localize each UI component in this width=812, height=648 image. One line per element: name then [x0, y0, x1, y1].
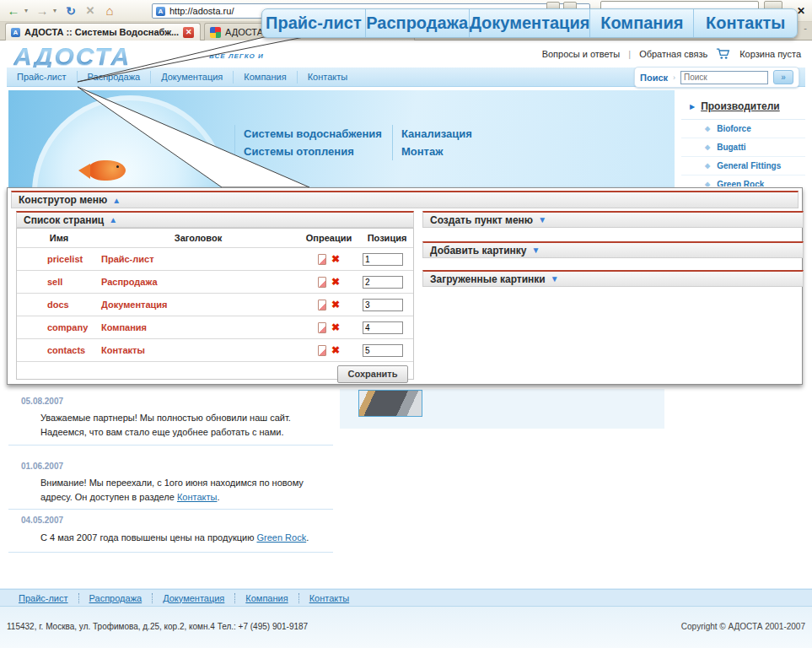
banner-link-install[interactable]: Монтаж [401, 143, 472, 160]
callout-item-docs[interactable]: Документация [469, 9, 590, 37]
fishbowl-image [32, 95, 228, 187]
header-separator: | [628, 49, 631, 59]
banner-link-water[interactable]: Системы водоснабжения [244, 125, 382, 143]
nav-item-pricelist[interactable]: Прайс-лист [7, 71, 77, 84]
pages-list-title: Список страниц [24, 214, 104, 226]
mfr-label[interactable]: General Fittings [717, 161, 781, 170]
collapse-up-icon[interactable]: ▲ [109, 215, 117, 224]
position-input[interactable] [363, 276, 403, 289]
sidebar-item-general-fittings[interactable]: ◈ General Fittings [681, 157, 805, 176]
product-thumbnail[interactable] [358, 390, 422, 417]
search-input[interactable] [680, 71, 768, 84]
news-link-contacts[interactable]: Контакты [177, 492, 218, 502]
callout-item-company[interactable]: Компания [589, 9, 693, 37]
footer-link-sell[interactable]: Распродажа [78, 593, 153, 603]
news-link-green-rock[interactable]: Green Rock [256, 532, 306, 543]
feedback-link[interactable]: Обратная связь [639, 49, 707, 59]
url-text[interactable]: http://adosta.ru/ [169, 6, 234, 16]
page-title-link[interactable]: Документация [101, 300, 295, 310]
callout-item-pricelist[interactable]: Прайс-лист [262, 9, 365, 37]
footer-links: Прайс-лист Распродажа Документация Компа… [0, 589, 812, 607]
delete-icon[interactable]: ✖ [331, 345, 340, 355]
tab-adosta-site[interactable]: A АДОСТА :: Системы Водоснабж... ✕ [5, 23, 201, 40]
footer-link-company[interactable]: Компания [234, 593, 298, 603]
mfr-label[interactable]: Green Rock [717, 180, 764, 186]
diamond-bullet-icon: ◈ [705, 181, 710, 186]
window-minimize-icon[interactable]: - [804, 23, 807, 33]
page-title-link[interactable]: Компания [101, 322, 295, 332]
position-input[interactable] [363, 344, 403, 357]
menu-constructor-panel: Конструтор меню ▲ Список страниц ▲ Имя З… [7, 187, 803, 385]
mfr-label[interactable]: Bugatti [717, 143, 745, 152]
sidebar-item-bugatti[interactable]: ◈ Bugatti [681, 138, 805, 157]
tab1-close-icon[interactable]: ✕ [183, 27, 194, 38]
nav-item-company[interactable]: Компания [233, 71, 296, 84]
nav-item-sell[interactable]: Распродажа [77, 71, 151, 84]
manufacturers-title-label[interactable]: Производители [701, 100, 780, 112]
edit-icon[interactable] [318, 322, 326, 333]
site-logo[interactable]: АДОСТА [13, 42, 131, 71]
news-body: Уважаемые партнеры! Мы полностью обновил… [40, 413, 291, 437]
edit-icon[interactable] [318, 345, 326, 356]
cart-icon[interactable] [716, 48, 731, 60]
page-title-link[interactable]: Контакты [101, 345, 295, 355]
forward-icon[interactable]: → [34, 3, 51, 19]
footer-link-contacts[interactable]: Контакты [298, 593, 360, 603]
page-name-link[interactable]: docs [17, 300, 101, 310]
save-button[interactable]: Сохранить [337, 365, 408, 383]
footer-link-pricelist[interactable]: Прайс-лист [8, 593, 78, 603]
page-title-link[interactable]: Прайс-лист [101, 254, 295, 264]
collapse-down-icon[interactable]: ▼ [551, 274, 559, 284]
collapse-down-icon[interactable]: ▼ [532, 246, 540, 255]
reload-icon[interactable]: ↻ [62, 3, 79, 19]
pages-list-header[interactable]: Список страниц ▲ [16, 211, 414, 228]
delete-icon[interactable]: ✖ [331, 277, 340, 287]
edit-icon[interactable] [318, 300, 326, 310]
home-icon[interactable]: ⌂ [101, 3, 118, 19]
delete-icon[interactable]: ✖ [331, 322, 340, 332]
page-name-link[interactable]: pricelist [17, 254, 101, 264]
back-dropdown-icon[interactable]: ▾ [24, 7, 31, 14]
banner-link-sewage[interactable]: Канализация [401, 125, 472, 143]
section-create-menu-item[interactable]: Создать пункт меню ▼ [422, 211, 804, 228]
edit-icon[interactable] [318, 277, 326, 288]
faq-link[interactable]: Вопросы и ответы [542, 49, 621, 59]
page-name-link[interactable]: sell [17, 277, 101, 287]
sidebar-item-green-rock[interactable]: ◈ Green Rock [681, 176, 805, 186]
site-tagline: ВСЕ ЛЕГКО И [209, 52, 264, 60]
section-label: Загруженные картинки [430, 273, 546, 285]
sidebar-item-bioforce[interactable]: ◈ Bioforce [681, 120, 805, 138]
page-name-link[interactable]: contacts [17, 345, 101, 355]
news-date: 04.05.2007 [21, 516, 63, 525]
diamond-bullet-icon: ◈ [705, 162, 710, 170]
window-close-icon[interactable]: ✕ [797, 5, 805, 17]
stop-icon[interactable]: ✕ [82, 3, 99, 19]
nav-item-contacts[interactable]: Контакты [297, 71, 358, 84]
footer-link-docs[interactable]: Документация [152, 593, 234, 603]
page-title-link[interactable]: Распродажа [101, 277, 295, 287]
cart-status[interactable]: Корзина пуста [739, 49, 801, 59]
manufacturers-title[interactable]: ▶ Производители [681, 90, 805, 120]
banner-link-heating[interactable]: Системы отопления [244, 143, 382, 160]
panel-title-bar[interactable]: Конструтор меню ▲ [11, 191, 799, 208]
back-icon[interactable]: ← [5, 3, 22, 19]
search-go-button[interactable]: » [773, 70, 793, 84]
position-input[interactable] [363, 299, 403, 311]
callout-item-contacts[interactable]: Контакты [693, 9, 797, 37]
collapse-up-icon[interactable]: ▲ [112, 196, 121, 205]
mfr-label[interactable]: Bioforce [717, 124, 751, 133]
footer-address: 115432, г. Москва, ул. Трофимова, д.25, … [7, 622, 308, 631]
edit-icon[interactable] [318, 254, 326, 265]
delete-icon[interactable]: ✖ [331, 254, 340, 264]
section-uploaded-pictures[interactable]: Загруженные картинки ▼ [422, 270, 804, 287]
position-input[interactable] [363, 253, 403, 266]
banner: Системы водоснабжения Системы отопления … [8, 90, 675, 187]
section-add-picture[interactable]: Добавить картинку ▼ [422, 241, 804, 258]
position-input[interactable] [363, 321, 403, 334]
callout-item-sell[interactable]: Распродажа [365, 9, 469, 37]
forward-dropdown-icon[interactable]: ▾ [53, 7, 60, 14]
nav-item-docs[interactable]: Документация [150, 71, 233, 84]
delete-icon[interactable]: ✖ [331, 300, 340, 310]
collapse-down-icon[interactable]: ▼ [538, 215, 546, 224]
page-name-link[interactable]: company [17, 322, 101, 332]
